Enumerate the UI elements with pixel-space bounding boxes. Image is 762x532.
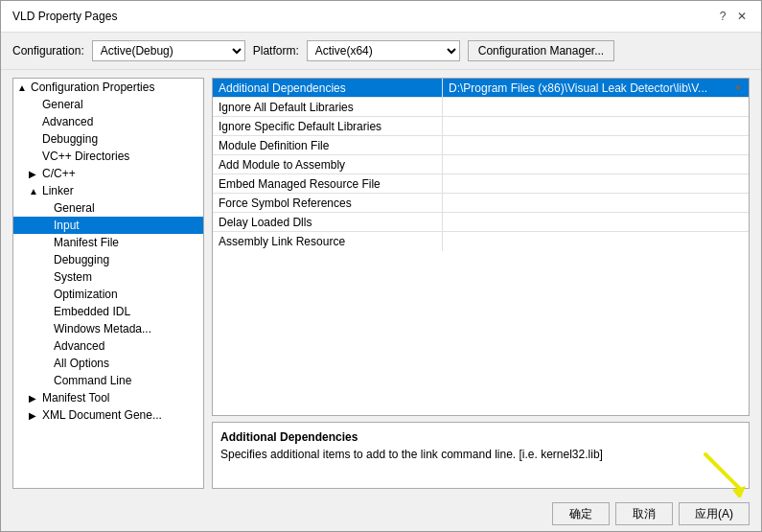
tree-item-linker-windows-meta[interactable]: Windows Metada... <box>13 320 203 337</box>
prop-value <box>443 155 749 173</box>
tree-item-linker[interactable]: ▲Linker <box>13 182 203 199</box>
prop-name: Ignore All Default Libraries <box>213 98 443 116</box>
config-manager-button[interactable]: Configuration Manager... <box>468 40 614 61</box>
expand-icon: ▲ <box>17 82 29 93</box>
prop-name: Module Definition File <box>213 136 443 154</box>
prop-name: Force Symbol References <box>213 194 443 212</box>
tree-item-label: Debugging <box>54 253 109 266</box>
dialog-title: VLD Property Pages <box>12 10 117 23</box>
prop-row-ignore-specific[interactable]: Ignore Specific Default Libraries <box>213 117 749 136</box>
tree-item-linker-optimization[interactable]: Optimization <box>13 286 203 303</box>
left-tree: ▲Configuration PropertiesGeneralAdvanced… <box>12 78 204 489</box>
tree-item-general[interactable]: General <box>13 96 203 113</box>
desc-text: Specifies additional items to add to the… <box>220 448 741 461</box>
help-button[interactable]: ? <box>715 9 730 24</box>
prop-row-delay-loaded[interactable]: Delay Loaded Dlls <box>213 213 749 232</box>
svg-line-0 <box>705 454 739 488</box>
prop-value <box>443 136 749 154</box>
tree-item-linker-manifest[interactable]: Manifest File <box>13 234 203 251</box>
prop-row-assembly-link[interactable]: Assembly Link Resource <box>213 232 749 251</box>
prop-value-text: D:\Program Files (x86)\Visual Leak Detec… <box>449 81 707 95</box>
expand-icon: ▶ <box>29 393 40 404</box>
tree-item-label: Advanced <box>42 115 93 128</box>
tree-item-label: Debugging <box>42 132 98 146</box>
title-controls: ? ✕ <box>715 9 750 24</box>
prop-value <box>443 174 749 193</box>
right-panel: Additional DependenciesD:\Program Files … <box>212 78 750 489</box>
tree-item-linker-debugging[interactable]: Debugging <box>13 251 203 268</box>
ok-button[interactable]: 确定 <box>552 502 610 525</box>
tree-item-label: Input <box>54 219 80 232</box>
tree-item-label: Manifest File <box>54 236 119 249</box>
desc-title: Additional Dependencies <box>220 430 741 444</box>
properties-list: Additional DependenciesD:\Program Files … <box>212 78 750 416</box>
tree-item-linker-all-options[interactable]: All Options <box>13 355 203 372</box>
prop-value <box>443 117 749 135</box>
tree-item-linker-embedded-idl[interactable]: Embedded IDL <box>13 303 203 320</box>
expand-icon: ▶ <box>29 410 40 421</box>
tree-item-linker-system[interactable]: System <box>13 268 203 286</box>
expand-icon: ▶ <box>29 169 40 179</box>
tree-item-advanced[interactable]: Advanced <box>13 113 203 130</box>
tree-item-label: VC++ Directories <box>42 150 129 163</box>
tree-item-cpp[interactable]: ▶C/C++ <box>13 165 203 182</box>
tree-item-linker-cmdline[interactable]: Command Line <box>13 372 203 389</box>
config-label: Configuration: <box>12 44 84 58</box>
prop-dropdown-btn[interactable]: ▼ <box>733 82 743 93</box>
tree-item-vc-dirs[interactable]: VC++ Directories <box>13 148 203 165</box>
tree-item-label: Command Line <box>54 374 131 387</box>
tree-item-label: C/C++ <box>42 167 76 180</box>
prop-row-additional-deps[interactable]: Additional DependenciesD:\Program Files … <box>213 79 749 98</box>
tree-item-xml-doc[interactable]: ▶XML Document Gene... <box>13 406 203 424</box>
tree-item-label: Advanced <box>54 339 104 353</box>
tree-item-label: All Options <box>54 357 109 370</box>
platform-select[interactable]: Active(x64) <box>307 40 460 61</box>
prop-name: Additional Dependencies <box>213 79 443 97</box>
prop-value <box>443 213 749 231</box>
tree-item-label: General <box>42 98 83 111</box>
arrow-indicator <box>696 450 753 500</box>
tree-item-label: General <box>54 201 95 215</box>
prop-value <box>443 232 749 251</box>
prop-row-module-def[interactable]: Module Definition File <box>213 136 749 155</box>
prop-row-force-symbol[interactable]: Force Symbol References <box>213 194 749 213</box>
prop-name: Delay Loaded Dlls <box>213 213 443 231</box>
tree-item-label: Manifest Tool <box>42 391 109 405</box>
tree-item-label: Windows Metada... <box>54 322 151 335</box>
tree-item-label: Embedded IDL <box>54 305 130 318</box>
expand-icon: ▲ <box>29 186 40 197</box>
main-content: ▲Configuration PropertiesGeneralAdvanced… <box>1 70 761 497</box>
tree-item-label: Linker <box>42 184 74 197</box>
tree-item-linker-general[interactable]: General <box>13 199 203 217</box>
tree-item-label: Optimization <box>54 288 118 301</box>
prop-value: D:\Program Files (x86)\Visual Leak Detec… <box>443 79 749 97</box>
tree-item-manifest-tool[interactable]: ▶Manifest Tool <box>13 389 203 406</box>
tree-item-linker-input[interactable]: Input <box>13 217 203 234</box>
prop-name: Assembly Link Resource <box>213 232 443 251</box>
prop-name: Add Module to Assembly <box>213 155 443 173</box>
config-row: Configuration: Active(Debug) Platform: A… <box>1 33 761 70</box>
tree-item-linker-advanced[interactable]: Advanced <box>13 337 203 355</box>
close-button[interactable]: ✕ <box>734 9 750 24</box>
prop-name: Ignore Specific Default Libraries <box>213 117 443 135</box>
bottom-buttons: 确定 取消 应用(A) <box>1 497 761 531</box>
tree-item-config-props[interactable]: ▲Configuration Properties <box>13 79 203 96</box>
apply-button[interactable]: 应用(A) <box>679 502 750 525</box>
platform-label: Platform: <box>253 44 299 58</box>
prop-value <box>443 98 749 116</box>
tree-item-label: Configuration Properties <box>31 81 154 94</box>
dialog-window: VLD Property Pages ? ✕ Configuration: Ac… <box>0 0 762 532</box>
config-select[interactable]: Active(Debug) <box>92 40 245 61</box>
prop-name: Embed Managed Resource File <box>213 174 443 193</box>
cancel-button[interactable]: 取消 <box>615 502 673 525</box>
prop-row-embed-managed[interactable]: Embed Managed Resource File <box>213 174 749 194</box>
description-box: Additional Dependencies Specifies additi… <box>212 422 750 489</box>
tree-item-label: System <box>54 270 92 284</box>
tree-item-debugging[interactable]: Debugging <box>13 130 203 148</box>
prop-value <box>443 194 749 212</box>
prop-row-ignore-default[interactable]: Ignore All Default Libraries <box>213 98 749 117</box>
title-bar: VLD Property Pages ? ✕ <box>1 1 761 33</box>
prop-row-add-module[interactable]: Add Module to Assembly <box>213 155 749 174</box>
tree-item-label: XML Document Gene... <box>42 408 162 422</box>
